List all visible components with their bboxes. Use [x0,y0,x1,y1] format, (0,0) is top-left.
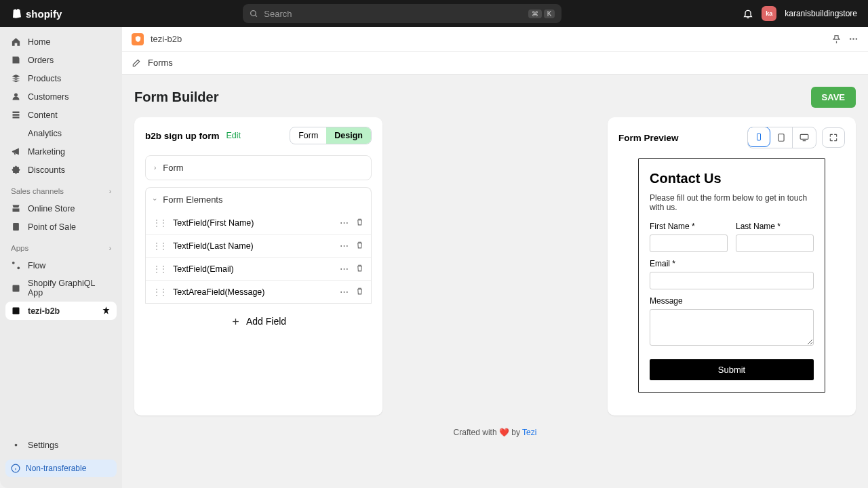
more-icon[interactable]: ⋯ [340,241,349,251]
brand-logo[interactable]: shopify [11,7,62,20]
device-mobile-button[interactable] [747,127,770,147]
nav-customers[interactable]: Customers [5,87,117,106]
nav-flow[interactable]: Flow [5,256,117,274]
more-icon[interactable]: ⋯ [340,264,349,274]
svg-point-0 [251,10,256,16]
last-name-input[interactable] [736,235,814,252]
svg-rect-16 [757,134,761,140]
nav-home[interactable]: Home [5,33,117,51]
tab-design[interactable]: Design [326,127,371,144]
delete-icon[interactable] [355,264,364,272]
username[interactable]: karanisbuildingstore [785,9,857,18]
shopify-icon [11,7,23,20]
non-transferable-badge[interactable]: Non-transferable [5,460,117,477]
search-input[interactable]: Search ⌘K [243,4,561,23]
page-title: Form Builder [134,89,218,105]
svg-rect-18 [800,134,808,139]
preview-panel: Form Preview Contact Us Please fill out … [608,117,856,415]
form-design-toggle: Form Design [290,127,372,144]
nav-products[interactable]: Products [5,69,117,87]
first-name-input[interactable] [650,235,728,252]
accordion-form[interactable]: › Form [145,155,372,180]
svg-point-4 [17,266,20,269]
svg-rect-2 [13,223,19,230]
preview-heading: Contact Us [650,171,814,186]
breadcrumb[interactable]: Forms [122,52,868,75]
field-list: ⋮⋮TextField(First Name)⋯ ⋮⋮TextField(Las… [145,211,372,304]
message-label: Message [650,296,814,306]
nav-pos[interactable]: Point of Sale [5,218,117,236]
svg-point-11 [850,38,852,40]
nav-discounts[interactable]: Discounts [5,161,117,179]
nav-analytics[interactable]: Analytics [5,124,117,142]
drag-handle-icon[interactable]: ⋮⋮ [153,264,166,274]
nav-marketing[interactable]: Marketing [5,142,117,161]
edit-icon [132,58,141,68]
field-row[interactable]: ⋮⋮TextField(Email)⋯ [146,258,371,281]
more-icon[interactable]: ⋯ [340,287,349,297]
nav-graphiql[interactable]: Shopify GraphiQL App [5,274,117,302]
svg-line-1 [255,15,257,17]
nav-online-store[interactable]: Online Store [5,199,117,218]
chevron-down-icon: › [151,199,159,201]
last-name-label: Last Name * [736,222,814,231]
device-desktop-button[interactable] [793,127,816,148]
search-shortcut: ⌘K [528,9,555,18]
add-field-button[interactable]: Add Field [145,310,372,332]
drag-handle-icon[interactable]: ⋮⋮ [153,218,166,228]
sales-channels-header[interactable]: Sales channels› [5,183,117,199]
delete-icon[interactable] [355,218,364,226]
more-icon[interactable] [848,34,859,44]
submit-button[interactable]: Submit [650,359,814,380]
nav-content[interactable]: Content [5,106,117,124]
field-row[interactable]: ⋮⋮TextAreaField(Message)⋯ [146,281,371,303]
email-label: Email * [650,259,814,268]
nav-tezi-b2b[interactable]: tezi-b2b [5,302,117,320]
save-button[interactable]: SAVE [811,87,856,108]
preview-description: Please fill out the form below to get in… [650,193,814,212]
expand-button[interactable] [822,127,845,148]
device-tablet-button[interactable] [770,127,793,148]
app-header: tezi-b2b [122,27,868,52]
avatar[interactable]: ka [762,6,776,21]
info-icon [11,464,20,473]
chevron-right-icon: › [154,164,156,171]
nav-settings[interactable]: Settings [5,436,117,454]
pin-icon[interactable] [831,34,842,44]
field-row[interactable]: ⋮⋮TextField(Last Name)⋯ [146,235,371,258]
svg-rect-17 [778,134,783,142]
svg-rect-6 [13,308,20,314]
app-name: tezi-b2b [151,34,182,44]
more-icon[interactable]: ⋯ [340,218,349,228]
preview-title: Form Preview [618,133,679,143]
brand-text: shopify [26,8,62,20]
message-input[interactable] [650,309,814,346]
edit-name-link[interactable]: Edit [226,131,241,140]
plus-icon [231,317,241,327]
email-input[interactable] [650,272,814,289]
svg-point-7 [15,444,18,447]
tab-form[interactable]: Form [290,127,326,144]
tezi-link[interactable]: Tezi [522,428,536,437]
nav-orders[interactable]: Orders [5,51,117,69]
form-name: b2b sign up form [145,131,220,141]
form-preview-card: Contact Us Please fill out the form belo… [638,158,825,393]
delete-icon[interactable] [355,287,364,296]
topbar: shopify Search ⌘K ka karanisbuildingstor… [0,0,868,27]
first-name-label: First Name * [650,222,728,231]
search-icon [250,9,258,18]
drag-handle-icon[interactable]: ⋮⋮ [153,287,166,297]
chevron-right-icon: › [109,245,111,252]
drag-handle-icon[interactable]: ⋮⋮ [153,241,166,251]
notifications-icon[interactable] [743,8,753,19]
field-row[interactable]: ⋮⋮TextField(First Name)⋯ [146,211,371,235]
footer: Crafted with ❤️ by Tezi [134,415,856,443]
app-icon [132,33,144,45]
apps-header[interactable]: Apps› [5,240,117,256]
svg-point-3 [12,262,15,264]
delete-icon[interactable] [355,241,364,249]
builder-panel: b2b sign up form Edit Form Design › Form… [134,117,382,415]
accordion-elements[interactable]: › Form Elements [145,187,372,211]
sidebar: Home Orders Products Customers Content A… [0,27,122,488]
svg-point-13 [856,38,858,40]
